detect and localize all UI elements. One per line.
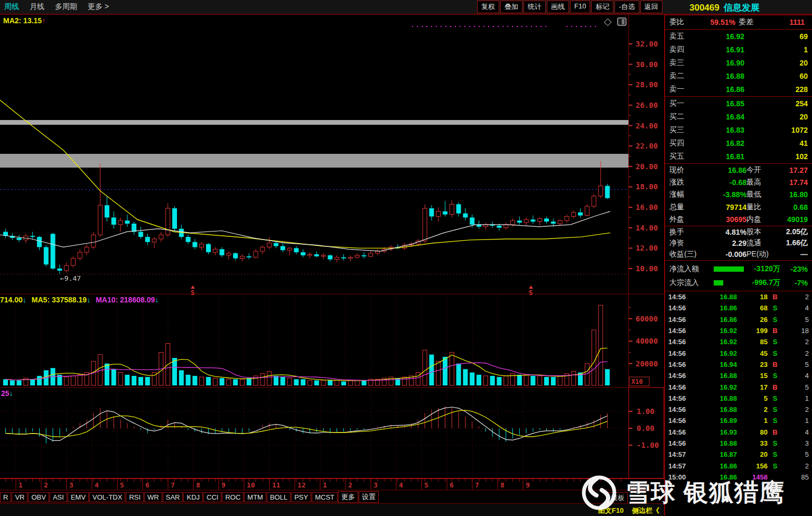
- tick-time: 14:56: [668, 383, 693, 391]
- weibi-label: 委比: [669, 17, 696, 27]
- menu-item-周线[interactable]: 周线: [4, 2, 19, 12]
- quote-stats: 现价16.86今开17.27涨跌-0.68最高17.74涨幅-3.88%最低16…: [665, 163, 812, 226]
- svg-text:32.00: 32.00: [636, 40, 658, 48]
- tick-count: 1: [782, 417, 809, 425]
- ma2-value-label: MA2: 13.15↑: [3, 16, 45, 25]
- tick-row: 14:5616.9380B4: [665, 427, 812, 438]
- tick-side: S: [768, 394, 782, 402]
- tick-count: 3: [782, 439, 809, 447]
- tick-row: 14:5616.9217B5: [665, 381, 812, 392]
- tick-price: 16.86: [693, 316, 737, 324]
- indicator-button-VR[interactable]: VR: [12, 492, 27, 502]
- indicator-button-ROC[interactable]: ROC: [222, 492, 244, 502]
- menu-item-月线[interactable]: 月线: [30, 2, 44, 12]
- stat-value: 17.74: [777, 178, 808, 187]
- indicator-button-SAR[interactable]: SAR: [163, 492, 183, 502]
- tick-row: 14:5616.8833S3: [665, 438, 812, 449]
- tick-time: 14:57: [668, 450, 693, 458]
- diamond-icon[interactable]: ◇: [604, 17, 612, 26]
- tick-volume: 80: [737, 428, 768, 436]
- panel-toggle-icon[interactable]: [617, 17, 627, 26]
- indicator-button-VOL-TDX[interactable]: VOL-TDX: [89, 492, 125, 502]
- indicator-button-CCI[interactable]: CCI: [203, 492, 221, 502]
- toolbar-button-统计[interactable]: 统计: [524, 1, 546, 13]
- down-arrow-icon: ↓: [23, 296, 26, 304]
- indicator-button-设置[interactable]: 设置: [359, 491, 379, 503]
- quote-row: 总量79714量比0.68: [665, 201, 812, 213]
- toolbar-button-画线[interactable]: 画线: [547, 1, 569, 13]
- toolbar-button-F10[interactable]: F10: [570, 1, 590, 13]
- toolbar-button-返回[interactable]: 返回: [640, 1, 662, 13]
- tick-count: 2: [782, 462, 809, 470]
- flow-row: 大宗流入-996.7万-7%: [665, 276, 812, 290]
- bid-row: 买三16.831072: [665, 123, 812, 136]
- tick-count: 2: [782, 293, 809, 301]
- svg-text:20000: 20000: [636, 360, 658, 368]
- indicator-button-BOLL[interactable]: BOLL: [267, 492, 291, 502]
- tick-row: 14:5616.9423B5: [665, 359, 812, 370]
- indicator-button-PSY[interactable]: PSY: [291, 492, 311, 502]
- money-flow: 净流入额-3120万-23%大宗流入-996.7万-7%: [665, 260, 812, 291]
- svg-text:4: 4: [399, 481, 403, 489]
- stat-label: 最低: [746, 190, 777, 199]
- quote-row: 涨幅-3.88%最低16.80: [665, 189, 812, 201]
- indicator-button-更多[interactable]: 更多: [338, 491, 358, 503]
- menu-item-更多 >[interactable]: 更多 >: [88, 2, 109, 12]
- tick-row: 14:5616.8626S5: [665, 314, 812, 325]
- indicator-button-RSI[interactable]: RSI: [126, 492, 144, 502]
- top-menu-bar: 周线月线多周期更多 > 复权叠加统计画线F10标记-自选返回 300469信息发…: [0, 0, 812, 15]
- level-label: 卖一: [669, 85, 696, 94]
- toolbar-button--自选[interactable]: -自选: [614, 1, 639, 13]
- svg-text:5: 5: [120, 481, 124, 489]
- volume-ma-label-0: 714.00↓: [0, 296, 26, 304]
- svg-text:1: 1: [18, 481, 23, 489]
- volume-ma-label-1: MA5: 337588.19↓: [32, 296, 90, 304]
- level-label: 卖四: [669, 45, 696, 54]
- stat-value: —: [777, 250, 808, 259]
- level-label: 买一: [669, 99, 696, 108]
- svg-text:10: 10: [247, 481, 255, 489]
- flow-value: -996.7万: [752, 278, 780, 288]
- flow-percent: -23%: [780, 265, 808, 273]
- tick-volume: 23: [737, 361, 768, 368]
- indicator-button-MTM[interactable]: MTM: [244, 492, 266, 502]
- quote-row: 外盘30695内盘49019: [665, 213, 812, 225]
- stat-value: 79714: [700, 203, 746, 211]
- volume-ma-labels: 714.00↓MA5: 337588.19↓MA10: 218608.09↓: [0, 296, 164, 304]
- ask-row: 卖四16.911: [665, 43, 812, 56]
- tick-list[interactable]: 14:5616.8818B214:5616.8668S414:5616.8626…: [665, 291, 812, 483]
- indicator-button-KDJ[interactable]: KDJ: [183, 492, 203, 502]
- tick-time: 14:56: [668, 293, 693, 301]
- chart-area[interactable]: 32.0030.0028.0026.0024.0022.0020.0018.00…: [0, 0, 664, 491]
- tick-time: 14:56: [668, 316, 693, 324]
- tick-row: 14:5616.92199B18: [665, 325, 812, 336]
- tick-volume: 5: [737, 394, 768, 402]
- toolbar-button-标记[interactable]: 标记: [591, 1, 613, 13]
- svg-text:14.00: 14.00: [636, 224, 658, 232]
- indicator-button-OBV[interactable]: OBV: [28, 492, 49, 502]
- indicator-button-WR[interactable]: WR: [144, 492, 162, 502]
- stat-label: 外盘: [669, 215, 700, 224]
- tick-row: 14:5716.86156S2: [665, 460, 812, 471]
- indicator-button-ASI[interactable]: ASI: [50, 492, 67, 502]
- tick-count: 85: [782, 473, 809, 481]
- toolbar-button-叠加[interactable]: 叠加: [500, 1, 522, 13]
- quote-row: 现价16.86今开17.27: [665, 164, 812, 176]
- indicator-button-R[interactable]: R: [0, 492, 11, 502]
- tick-time: 14:56: [668, 361, 693, 368]
- tick-time: 14:56: [668, 417, 693, 425]
- svg-text:←9.47: ←9.47: [60, 274, 81, 282]
- stat-value: -0.68: [700, 178, 746, 187]
- flow-bar: [714, 280, 723, 285]
- menu-item-多周期[interactable]: 多周期: [55, 2, 77, 12]
- svg-text:11: 11: [272, 481, 281, 489]
- stat-label: 内盘: [746, 215, 777, 224]
- indicator-button-MCST[interactable]: MCST: [312, 492, 338, 502]
- tick-side: B: [768, 293, 782, 301]
- tick-price: 16.88: [693, 439, 737, 447]
- toolbar-button-复权[interactable]: 复权: [477, 1, 499, 13]
- indicator-button-EMV[interactable]: EMV: [68, 492, 89, 502]
- svg-text:18.00: 18.00: [636, 182, 658, 191]
- flow-row: 净流入额-3120万-23%: [665, 262, 812, 276]
- level-label: 卖三: [669, 58, 696, 68]
